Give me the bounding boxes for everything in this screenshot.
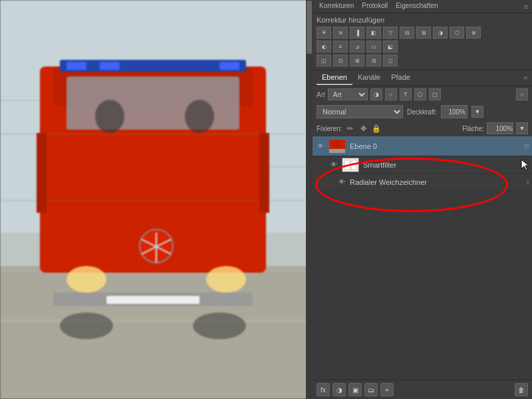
filter-btn-1[interactable]: ◑ (370, 88, 382, 100)
svg-rect-35 (351, 160, 356, 170)
new-fill-button[interactable]: ▣ (348, 383, 362, 396)
svg-marker-36 (521, 160, 529, 170)
canvas-area (0, 0, 313, 399)
layer-visibility-eye-2[interactable]: 👁 (336, 177, 347, 188)
layers-panel: Art Art ◑ ○ T ⬡ ◻ ○ Normal Aufhellen Abd… (313, 86, 532, 399)
panel-menu-icon[interactable]: ≡ (523, 1, 529, 12)
corrections-icon-row-2: ◐ ≡ ⊿ ▭ ⬕ (317, 41, 528, 53)
curves-icon[interactable]: ≋ (333, 27, 348, 39)
panel-options-icon[interactable]: ≡ (523, 74, 528, 82)
layer-mask-button[interactable]: ◑ (332, 383, 346, 396)
channel-icon[interactable]: ⊕ (466, 27, 481, 39)
svg-rect-34 (344, 160, 350, 170)
canvas-scrollbar[interactable] (306, 0, 313, 399)
corrections-icon-row-3: ◫ ⊡ ⊞ ⊟ ◻ (317, 55, 528, 66)
svg-rect-7 (60, 60, 246, 72)
top-tab-strip: Korrekturen Protokoll Eigenschaften ≡ (313, 0, 532, 13)
tab-korrekturen[interactable]: Korrekturen (315, 0, 358, 13)
fix-icon-move[interactable]: ✥ (358, 123, 368, 134)
top-toolbar: Korrektur hinzufügen ☀ ≋ ▐ ◧ ▽ ⊟ ⊞ ◑ ⬡ ⊕… (313, 13, 532, 70)
flaeche-input[interactable] (487, 122, 513, 134)
filter-btn-2[interactable]: ○ (385, 88, 397, 100)
svg-rect-31 (329, 149, 345, 153)
brightness-icon[interactable]: ☀ (317, 27, 331, 39)
canvas-image (0, 0, 313, 399)
svg-rect-6 (66, 76, 239, 130)
levels-icon[interactable]: ▐ (350, 27, 364, 39)
blend-mode-select[interactable]: Normal Aufhellen Abdunkeln (317, 105, 403, 118)
photo-icon[interactable]: ⬡ (450, 27, 464, 39)
svg-rect-27 (259, 133, 269, 213)
svg-rect-22 (0, 100, 40, 101)
layer-thumb-svg-1 (342, 158, 358, 172)
selectivecolor-icon[interactable]: ⬕ (383, 41, 398, 53)
svg-rect-26 (37, 133, 47, 213)
invert-icon[interactable]: ◐ (317, 41, 331, 53)
posterize-icon[interactable]: ≡ (333, 41, 348, 53)
flaeche-options[interactable]: ▼ (516, 122, 528, 134)
svg-rect-2 (0, 319, 313, 323)
layer-icon[interactable]: ⊡ (333, 55, 348, 66)
filter-link-icon: ≡ (526, 179, 529, 186)
tab-kanaele[interactable]: Kanäle (352, 70, 386, 85)
layer-visibility-eye-1[interactable]: 👁 (329, 160, 339, 170)
layer-item-radialblur[interactable]: 👁 Radialer Weichzeichner ≡ (313, 174, 532, 191)
layer-name-1: Smartfilter (363, 161, 519, 169)
layer-thumb-smartfilter (342, 158, 359, 172)
tab-protokoll[interactable]: Protokoll (358, 0, 392, 13)
tab-eigenschaften[interactable]: Eigenschaften (392, 0, 442, 13)
truck-svg (0, 0, 313, 399)
svg-point-24 (95, 100, 124, 133)
svg-rect-8 (66, 62, 86, 70)
canvas-scrollbar-thumb[interactable] (307, 1, 312, 54)
tab-panel-icons: ≡ (523, 70, 528, 85)
mask-icon[interactable]: ◫ (317, 55, 331, 66)
panel-controls: ≡ (523, 0, 529, 13)
delete-layer-button[interactable]: 🗑 (515, 383, 528, 396)
layer-name-0: Ebene 0 (350, 142, 524, 150)
filter-select[interactable]: Art (328, 88, 368, 100)
svg-rect-32 (332, 141, 342, 148)
layer-name-2: Radialer Weichzeichner (350, 178, 525, 186)
bottom-icons-bar: fx ◑ ▣ 🗂 + 🗑 (313, 380, 532, 399)
tab-pfade[interactable]: Pfade (386, 70, 416, 85)
layer-visibility-eye-0[interactable]: 👁 (315, 141, 326, 152)
layer-item-smartfilter[interactable]: 👁 Smartfilter (313, 156, 532, 174)
svg-point-25 (185, 100, 214, 133)
layer-style-button[interactable]: fx (317, 383, 330, 396)
threshold-icon[interactable]: ⊿ (350, 41, 364, 53)
layer-list: 👁 Ebene 0 ⊞ 👁 (313, 136, 532, 380)
tab-ebenen[interactable]: Ebenen (317, 70, 352, 85)
fix-icon-lock[interactable]: ✏ (344, 123, 355, 134)
filter-btn-4[interactable]: ⬡ (414, 88, 426, 100)
svg-point-13 (206, 266, 246, 293)
layer-item-ebene0[interactable]: 👁 Ebene 0 ⊞ (313, 136, 532, 156)
opacity-options[interactable]: ▼ (471, 106, 483, 118)
right-panel: Korrekturen Protokoll Eigenschaften ≡ Ko… (313, 0, 532, 399)
filter-btn-5[interactable]: ◻ (429, 88, 441, 100)
layer-thumb-svg-0 (329, 140, 345, 153)
colorbalance-icon[interactable]: ⊞ (416, 27, 431, 39)
layer-options-0[interactable]: ⊞ (524, 143, 529, 150)
fix-icon-chain[interactable]: 🔒 (371, 123, 382, 134)
exposure-icon[interactable]: ◧ (366, 27, 381, 39)
filter-btn-3[interactable]: T (400, 88, 412, 100)
svg-rect-19 (106, 296, 200, 304)
filter-toggle[interactable]: ○ (516, 88, 528, 100)
new-layer-button[interactable]: + (380, 383, 394, 396)
hsl-icon[interactable]: ⊟ (400, 27, 414, 39)
vibrance-icon[interactable]: ▽ (383, 27, 398, 39)
layer-thumb-0 (329, 139, 346, 154)
svg-rect-10 (219, 62, 239, 70)
new-group-button[interactable]: 🗂 (364, 383, 378, 396)
corrections-icon-row-1: ☀ ≋ ▐ ◧ ▽ ⊟ ⊞ ◑ ⬡ ⊕ (317, 27, 528, 39)
smart-icon[interactable]: ◻ (383, 55, 398, 66)
cursor-svg (520, 158, 529, 170)
opacity-input[interactable] (441, 105, 467, 118)
svg-point-29 (193, 313, 246, 339)
gradient-icon[interactable]: ▭ (366, 41, 381, 53)
bw-icon[interactable]: ◑ (433, 27, 448, 39)
style-icon[interactable]: ⊟ (366, 55, 381, 66)
svg-point-28 (60, 313, 113, 339)
adjustment-icon[interactable]: ⊞ (350, 55, 364, 66)
